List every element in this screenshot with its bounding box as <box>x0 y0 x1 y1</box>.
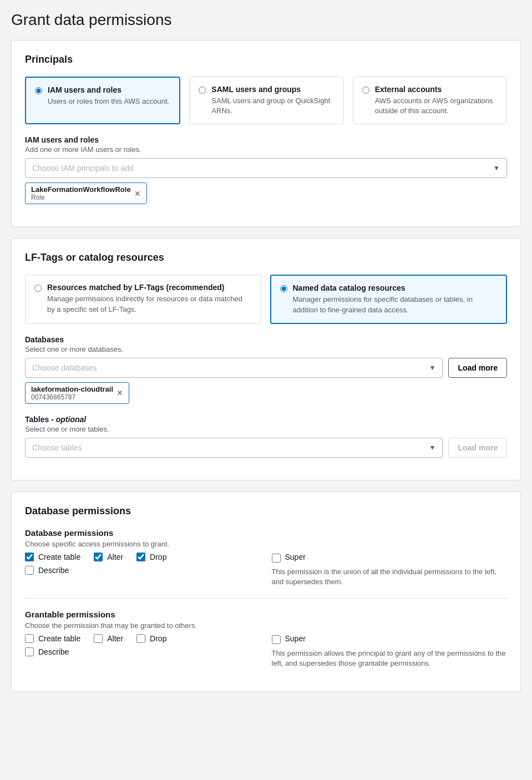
principals-section: Principals IAM users and roles Users or … <box>11 40 521 227</box>
principal-radio-iam[interactable] <box>35 87 42 94</box>
lftags-section-title: LF-Tags or catalog resources <box>25 252 507 264</box>
principal-saml-label: SAML users and groups <box>211 85 334 94</box>
perm-super-checkbox[interactable] <box>272 554 281 563</box>
iam-tag-sub: Role <box>31 194 131 201</box>
principal-option-external[interactable]: External accounts AWS accounts or AWS or… <box>353 77 507 124</box>
principal-option-iam[interactable]: IAM users and roles Users or roles from … <box>25 77 180 124</box>
gperm-super-label: Super <box>285 634 306 643</box>
db-perms-label: Database permissions <box>25 528 507 538</box>
iam-field-sublabel: Add one or more IAM users or roles. <box>25 145 507 154</box>
database-permissions-section: Database permissions Database permission… <box>11 492 521 692</box>
gperm-super-checkbox[interactable] <box>272 635 281 644</box>
gperm-super-desc: This permission allows the principal to … <box>272 649 508 668</box>
gperm-create-table-label: Create table <box>38 634 80 643</box>
db-perms-subsection: Database permissions Choose specific acc… <box>25 528 507 587</box>
resource-radio-named[interactable] <box>280 285 287 292</box>
perm-alter-checkbox[interactable] <box>94 553 103 561</box>
resource-type-options: Resources matched by LF-Tags (recommende… <box>25 275 507 323</box>
iam-tag-lakeformation: LakeFormationWorkflowRole Role ✕ <box>25 183 147 204</box>
tables-optional-label: - optional <box>51 415 86 424</box>
tables-dropdown-arrow-icon: ▼ <box>429 444 436 452</box>
databases-sublabel: Select one or more databases. <box>25 345 507 353</box>
principal-iam-desc: Users or roles from this AWS account. <box>48 97 169 107</box>
perm-drop[interactable]: Drop <box>136 553 166 561</box>
perm-alter-label: Alter <box>107 553 123 561</box>
iam-dropdown-placeholder: Choose IAM principals to add <box>32 164 134 173</box>
db-perms-row1: Create table Alter Drop <box>25 553 261 561</box>
principal-option-saml[interactable]: SAML users and groups SAML users and gro… <box>189 77 343 124</box>
grantable-perms-sublabel: Choose the permission that may be grante… <box>25 621 507 630</box>
tables-field-section: Tables - optional Select one or more tab… <box>25 415 507 458</box>
grantable-perms-row1: Create table Alter Drop <box>25 634 261 643</box>
perm-create-table-checkbox[interactable] <box>25 553 34 561</box>
tables-placeholder: Choose tables <box>32 443 82 452</box>
tables-load-more-button[interactable]: Load more <box>448 438 507 458</box>
db-perms-columns: Create table Alter Drop Describe <box>25 553 507 587</box>
iam-dropdown-arrow-icon: ▼ <box>493 164 500 172</box>
gperm-describe[interactable]: Describe <box>25 647 69 656</box>
resource-lftags-label: Resources matched by LF-Tags (recommende… <box>47 283 252 292</box>
gperm-super[interactable]: Super <box>272 634 508 645</box>
gperm-describe-label: Describe <box>38 647 69 656</box>
principal-radio-external[interactable] <box>362 87 369 94</box>
grantable-perms-row2: Describe <box>25 647 261 656</box>
resource-named-desc: Manager permissions for specific databas… <box>293 295 498 315</box>
db-perms-row2: Describe <box>25 566 261 575</box>
iam-tag-name: LakeFormationWorkflowRole <box>31 185 131 194</box>
principals-section-title: Principals <box>25 54 507 65</box>
perm-describe-checkbox[interactable] <box>25 566 34 575</box>
gperm-create-table[interactable]: Create table <box>25 634 80 643</box>
gperm-drop-checkbox[interactable] <box>136 634 145 643</box>
db-tag-lakeformation-cloudtrail: lakeformation-cloudtrail 007436865787 ✕ <box>25 382 129 404</box>
page-title: Grant data permissions <box>11 11 521 29</box>
iam-field-label: IAM users and roles <box>25 135 507 144</box>
gperm-drop[interactable]: Drop <box>136 634 166 643</box>
perm-create-table-label: Create table <box>38 553 80 561</box>
iam-field-section: IAM users and roles Add one or more IAM … <box>25 135 507 204</box>
iam-dropdown[interactable]: Choose IAM principals to add ▼ <box>25 158 507 178</box>
databases-load-more-button[interactable]: Load more <box>448 358 507 378</box>
perm-super-label: Super <box>285 553 306 561</box>
gperm-drop-label: Drop <box>150 634 166 643</box>
gperm-create-table-checkbox[interactable] <box>25 634 34 643</box>
principal-radio-saml[interactable] <box>199 87 206 94</box>
databases-dropdown-wrapper: Choose databases ▼ Load more <box>25 358 507 378</box>
grantable-perms-label: Grantable permissions <box>25 610 507 619</box>
perm-describe-label: Describe <box>38 566 69 575</box>
lftags-section: LF-Tags or catalog resources Resources m… <box>11 238 521 480</box>
grantable-perms-subsection: Grantable permissions Choose the permiss… <box>25 610 507 668</box>
perm-super[interactable]: Super <box>272 553 508 564</box>
gperm-describe-checkbox[interactable] <box>25 647 34 656</box>
gperm-alter-label: Alter <box>107 634 123 643</box>
databases-dropdown[interactable]: Choose databases ▼ <box>25 358 443 378</box>
perm-super-desc: This permission is the union of all the … <box>272 567 508 587</box>
perm-drop-label: Drop <box>150 553 166 561</box>
resource-radio-lftags[interactable] <box>34 285 42 292</box>
principal-external-label: External accounts <box>375 85 498 94</box>
perm-create-table[interactable]: Create table <box>25 553 80 561</box>
principal-external-desc: AWS accounts or AWS organizations outsid… <box>375 96 498 116</box>
resource-lftags-desc: Manage permissions indirectly for resour… <box>47 294 252 314</box>
gperm-alter[interactable]: Alter <box>94 634 123 643</box>
perm-drop-checkbox[interactable] <box>136 553 145 561</box>
perm-describe[interactable]: Describe <box>25 566 69 575</box>
db-tag-close-icon[interactable]: ✕ <box>116 389 123 397</box>
tables-sublabel: Select one or more tables. <box>25 425 507 433</box>
perms-divider <box>25 598 507 599</box>
iam-tag-close-icon[interactable]: ✕ <box>134 190 141 197</box>
resource-option-named[interactable]: Named data catalog resources Manager per… <box>270 275 508 323</box>
perm-alter[interactable]: Alter <box>94 553 123 561</box>
principal-iam-label: IAM users and roles <box>48 85 169 94</box>
databases-dropdown-arrow-icon: ▼ <box>429 364 436 372</box>
tables-dropdown[interactable]: Choose tables ▼ <box>25 438 443 458</box>
gperm-alter-checkbox[interactable] <box>94 634 103 643</box>
db-permissions-section-title: Database permissions <box>25 505 507 517</box>
grantable-perms-columns: Create table Alter Drop Describe <box>25 634 507 668</box>
resource-option-lftags[interactable]: Resources matched by LF-Tags (recommende… <box>25 275 261 323</box>
tables-label: Tables - optional <box>25 415 507 424</box>
iam-dropdown-wrapper: Choose IAM principals to add ▼ <box>25 158 507 178</box>
databases-label: Databases <box>25 335 507 344</box>
databases-placeholder: Choose databases <box>32 363 97 372</box>
tables-dropdown-wrapper: Choose tables ▼ Load more <box>25 438 507 458</box>
resource-named-label: Named data catalog resources <box>293 283 498 292</box>
